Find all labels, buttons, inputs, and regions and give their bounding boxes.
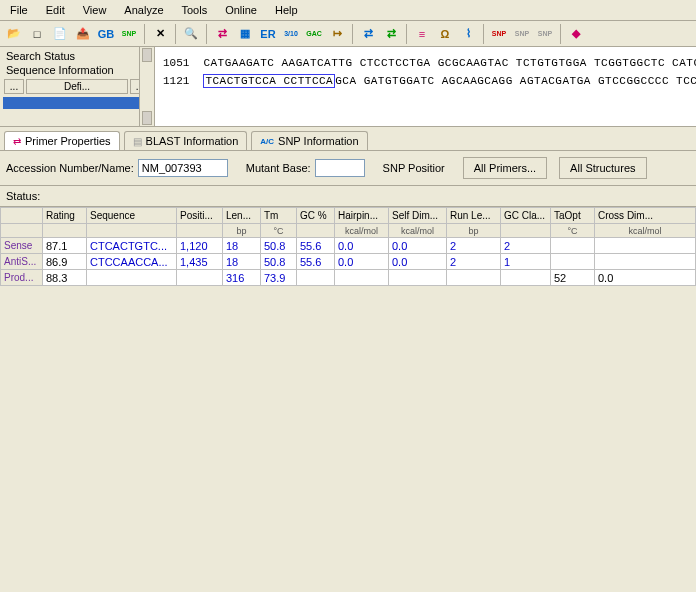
side-dots-button[interactable]: ... <box>4 79 24 94</box>
accession-input[interactable] <box>138 159 228 177</box>
col-header[interactable]: Cross Dim... <box>595 208 696 224</box>
cell <box>297 270 335 286</box>
cell: 0.0 <box>335 254 389 270</box>
toolbar: 📂□📄📤GBSNP✕🔍⇄▦ER3/10GAC↦⇄⇄≡Ω⌇SNPSNPSNP◆ <box>0 21 696 47</box>
swap-icon: ⇄ <box>13 136 21 147</box>
menu-view[interactable]: View <box>75 2 115 18</box>
seq-position-2: 1121 <box>163 75 189 87</box>
col-header[interactable] <box>1 208 43 224</box>
tab-primer-properties[interactable]: ⇄ Primer Properties <box>4 131 120 150</box>
omega-icon[interactable]: Ω <box>435 24 455 44</box>
col-subheader: kcal/mol <box>335 224 389 238</box>
snp-gray1-icon[interactable]: SNP <box>512 24 532 44</box>
cell: 2 <box>447 254 501 270</box>
col-header[interactable]: Run Le... <box>447 208 501 224</box>
exch1-icon[interactable]: ⇄ <box>358 24 378 44</box>
side-scrollbar[interactable] <box>139 47 154 126</box>
side-defi-button[interactable]: Defi... <box>26 79 128 94</box>
search-status-label: Search Status <box>2 49 152 63</box>
seq-position-1: 1051 <box>163 57 189 69</box>
menu-online[interactable]: Online <box>217 2 265 18</box>
align-icon[interactable]: ≡ <box>412 24 432 44</box>
col-header[interactable]: Len... <box>223 208 261 224</box>
cell: 18 <box>223 238 261 254</box>
ertc-icon[interactable]: ER <box>258 24 278 44</box>
separator <box>352 24 353 44</box>
col-header[interactable]: Rating <box>43 208 87 224</box>
col-header[interactable]: Hairpin... <box>335 208 389 224</box>
cell: 50.8 <box>261 238 297 254</box>
cell <box>335 270 389 286</box>
cell: 2 <box>501 238 551 254</box>
cell: 86.9 <box>43 254 87 270</box>
col-subheader <box>43 224 87 238</box>
tab-blast-information[interactable]: ▤ BLAST Information <box>124 131 248 150</box>
cell <box>501 270 551 286</box>
chart-icon[interactable]: ▦ <box>235 24 255 44</box>
cell <box>595 254 696 270</box>
menu-edit[interactable]: Edit <box>38 2 73 18</box>
col-header[interactable]: Sequence <box>87 208 177 224</box>
menu-help[interactable]: Help <box>267 2 306 18</box>
save-icon[interactable]: 📄 <box>50 24 70 44</box>
table-row[interactable]: Sense87.1CTCACTGTC...1,1201850.855.60.00… <box>1 238 696 254</box>
snp-gray2-icon[interactable]: SNP <box>535 24 555 44</box>
mutant-base-input[interactable] <box>315 159 365 177</box>
cell: 1,435 <box>177 254 223 270</box>
codon-icon[interactable]: GAC <box>304 24 324 44</box>
delete-icon[interactable]: ✕ <box>150 24 170 44</box>
side-selection[interactable] <box>3 97 151 109</box>
col-subheader: °C <box>551 224 595 238</box>
export-icon[interactable]: 📤 <box>73 24 93 44</box>
col-header[interactable]: GC % <box>297 208 335 224</box>
all-structures-button[interactable]: All Structures <box>559 157 646 179</box>
cell: CTCCAACCA... <box>87 254 177 270</box>
cell: 55.6 <box>297 238 335 254</box>
snp-red-icon[interactable]: SNP <box>489 24 509 44</box>
ratio-icon[interactable]: 3/10 <box>281 24 301 44</box>
col-subheader: kcal/mol <box>389 224 447 238</box>
help-icon[interactable]: ◆ <box>566 24 586 44</box>
col-header[interactable]: Self Dim... <box>389 208 447 224</box>
swap-icon[interactable]: ⇄ <box>212 24 232 44</box>
seq-line-1: CATGAAGATC AAGATCATTG CTCCTCCTGA GCGCAAG… <box>203 57 696 69</box>
col-header[interactable]: Positi... <box>177 208 223 224</box>
table-row[interactable]: Prod...88.331673.9520.0 <box>1 270 696 286</box>
tab-label: BLAST Information <box>146 135 239 147</box>
col-header[interactable]: TaOpt <box>551 208 595 224</box>
cell: 1 <box>501 254 551 270</box>
menu-tools[interactable]: Tools <box>174 2 216 18</box>
cell: 73.9 <box>261 270 297 286</box>
gb-icon[interactable]: GB <box>96 24 116 44</box>
results-grid[interactable]: RatingSequencePositi...Len...TmGC %Hairp… <box>0 206 696 286</box>
tab-snp-information[interactable]: A/C SNP Information <box>251 131 367 150</box>
sequence-info-label: Sequence Information <box>2 63 152 77</box>
sequence-view[interactable]: 1051 CATGAAGATC AAGATCATTG CTCCTCCTGA GC… <box>155 47 696 126</box>
cell: 2 <box>447 238 501 254</box>
upper-panel: Search Status Sequence Information ... D… <box>0 47 696 127</box>
separator <box>560 24 561 44</box>
col-header[interactable]: Tm <box>261 208 297 224</box>
find-icon[interactable]: 🔍 <box>181 24 201 44</box>
exch2-icon[interactable]: ⇄ <box>381 24 401 44</box>
all-primers-button[interactable]: All Primers... <box>463 157 547 179</box>
col-subheader: bp <box>223 224 261 238</box>
cell: CTCACTGTC... <box>87 238 177 254</box>
snp-tool-icon[interactable]: SNP <box>119 24 139 44</box>
col-subheader <box>297 224 335 238</box>
menu-file[interactable]: File <box>2 2 36 18</box>
cell: 0.0 <box>335 238 389 254</box>
arrow-icon[interactable]: ↦ <box>327 24 347 44</box>
tab-bar: ⇄ Primer Properties ▤ BLAST Information … <box>0 127 696 151</box>
menu-analyze[interactable]: Analyze <box>116 2 171 18</box>
col-header[interactable]: GC Cla... <box>501 208 551 224</box>
cell: 88.3 <box>43 270 87 286</box>
cell: 0.0 <box>389 238 447 254</box>
struct-icon[interactable]: ⌇ <box>458 24 478 44</box>
new-icon[interactable]: □ <box>27 24 47 44</box>
cell: 0.0 <box>389 254 447 270</box>
table-row[interactable]: AntiS...86.9CTCCAACCA...1,4351850.855.60… <box>1 254 696 270</box>
col-subheader: °C <box>261 224 297 238</box>
open-icon[interactable]: 📂 <box>4 24 24 44</box>
cell: 0.0 <box>595 270 696 286</box>
